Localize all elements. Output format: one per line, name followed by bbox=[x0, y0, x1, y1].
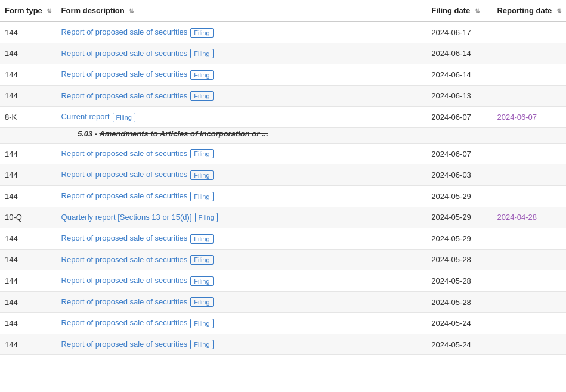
table-row: 144Report of proposed sale of securities… bbox=[0, 43, 566, 64]
cell-reporting-date bbox=[492, 185, 566, 207]
cell-form-type: 144 bbox=[0, 270, 57, 292]
cell-reporting-date bbox=[492, 164, 566, 186]
filing-badge: Filing bbox=[113, 113, 135, 122]
header-reporting-date[interactable]: Reporting date ⇅ bbox=[492, 0, 566, 21]
filing-badge: Filing bbox=[190, 49, 213, 58]
filing-badge: Filing bbox=[190, 276, 213, 286]
cell-filing-date: 2024-06-14 bbox=[426, 64, 492, 86]
cell-form-type: 144 bbox=[0, 291, 57, 313]
cell-form-description: Report of proposed sale of securitiesFil… bbox=[57, 270, 427, 292]
header-form-type[interactable]: Form type ⇅ bbox=[0, 0, 57, 21]
cell-form-description: Report of proposed sale of securitiesFil… bbox=[57, 291, 427, 313]
cell-filing-date: 2024-05-29 bbox=[426, 185, 492, 207]
table-row: 144Report of proposed sale of securities… bbox=[0, 143, 566, 164]
table-row: 144Report of proposed sale of securities… bbox=[0, 334, 566, 355]
cell-form-type: 144 bbox=[0, 43, 57, 64]
sort-icon-filing-date: ⇅ bbox=[475, 8, 480, 14]
cell-reporting-date bbox=[492, 334, 566, 355]
cell-filing-date: 2024-05-29 bbox=[426, 207, 492, 228]
filing-badge: Filing bbox=[190, 91, 213, 101]
table-row: 144Report of proposed sale of securities… bbox=[0, 270, 566, 292]
cell-filing-date: 2024-05-24 bbox=[426, 334, 492, 355]
table-row: 144Report of proposed sale of securities… bbox=[0, 21, 566, 43]
form-description-link[interactable]: Report of proposed sale of securities bbox=[61, 340, 188, 349]
table-row: 144Report of proposed sale of securities… bbox=[0, 228, 566, 250]
cell-form-type: 144 bbox=[0, 21, 57, 43]
cell-form-type: 144 bbox=[0, 334, 57, 355]
form-description-link[interactable]: Report of proposed sale of securities bbox=[61, 170, 188, 179]
form-description-link[interactable]: Report of proposed sale of securities bbox=[61, 191, 188, 200]
cell-reporting-date: 2024-04-28 bbox=[492, 207, 566, 228]
form-description-link[interactable]: Report of proposed sale of securities bbox=[61, 49, 188, 58]
cell-reporting-date bbox=[492, 21, 566, 43]
cell-form-description: Report of proposed sale of securitiesFil… bbox=[57, 313, 427, 334]
table-row: 144Report of proposed sale of securities… bbox=[0, 164, 566, 186]
sub-row-cell: 5.03 - Amendments to Articles of Incorpo… bbox=[0, 127, 566, 143]
form-description-link[interactable]: Report of proposed sale of securities bbox=[61, 149, 188, 158]
sort-icon-form-description: ⇅ bbox=[129, 8, 134, 14]
sort-icon-form-type: ⇅ bbox=[47, 8, 51, 14]
filing-badge: Filing bbox=[190, 28, 213, 38]
cell-form-description: Report of proposed sale of securitiesFil… bbox=[57, 143, 427, 164]
table-row: 10-QQuarterly report [Sections 13 or 15(… bbox=[0, 207, 566, 228]
cell-form-description: Report of proposed sale of securitiesFil… bbox=[57, 185, 427, 207]
form-description-link[interactable]: Report of proposed sale of securities bbox=[61, 234, 188, 242]
form-description-link[interactable]: Report of proposed sale of securities bbox=[61, 276, 188, 285]
cell-reporting-date bbox=[492, 249, 566, 270]
cell-form-type: 144 bbox=[0, 143, 57, 164]
filing-badge: Filing bbox=[190, 340, 213, 349]
table-row: 144Report of proposed sale of securities… bbox=[0, 249, 566, 270]
filing-badge: Filing bbox=[190, 192, 213, 201]
cell-reporting-date: 2024-06-07 bbox=[492, 107, 566, 128]
cell-reporting-date bbox=[492, 43, 566, 64]
cell-filing-date: 2024-06-13 bbox=[426, 85, 492, 107]
table-body: 144Report of proposed sale of securities… bbox=[0, 21, 566, 355]
form-description-link[interactable]: Quarterly report [Sections 13 or 15(d)] bbox=[61, 213, 192, 222]
cell-reporting-date bbox=[492, 143, 566, 164]
cell-form-description: Report of proposed sale of securitiesFil… bbox=[57, 228, 427, 250]
cell-reporting-date bbox=[492, 85, 566, 107]
cell-reporting-date bbox=[492, 64, 566, 86]
table-row: 144Report of proposed sale of securities… bbox=[0, 85, 566, 107]
cell-form-description: Report of proposed sale of securitiesFil… bbox=[57, 43, 427, 64]
cell-form-description: Report of proposed sale of securitiesFil… bbox=[57, 334, 427, 355]
cell-form-type: 144 bbox=[0, 185, 57, 207]
cell-filing-date: 2024-05-28 bbox=[426, 291, 492, 313]
form-description-link[interactable]: Report of proposed sale of securities bbox=[61, 255, 188, 264]
sub-item-label: 5.03 bbox=[78, 129, 95, 138]
form-description-link[interactable]: Report of proposed sale of securities bbox=[61, 318, 188, 327]
sub-row: 5.03 - Amendments to Articles of Incorpo… bbox=[0, 127, 566, 143]
sub-item-text: Amendments to Articles of Incorporation … bbox=[99, 129, 268, 138]
cell-filing-date: 2024-05-28 bbox=[426, 270, 492, 292]
form-description-link[interactable]: Report of proposed sale of securities bbox=[61, 27, 188, 36]
cell-reporting-date bbox=[492, 228, 566, 250]
header-form-description[interactable]: Form description ⇅ bbox=[57, 0, 427, 21]
cell-form-description: Current reportFiling bbox=[57, 107, 427, 128]
cell-filing-date: 2024-05-24 bbox=[426, 313, 492, 334]
filing-badge: Filing bbox=[190, 234, 213, 244]
cell-filing-date: 2024-06-07 bbox=[426, 107, 492, 128]
cell-reporting-date bbox=[492, 313, 566, 334]
table-row: 144Report of proposed sale of securities… bbox=[0, 291, 566, 313]
form-description-link[interactable]: Current report bbox=[61, 112, 110, 121]
cell-form-type: 144 bbox=[0, 313, 57, 334]
form-description-link[interactable]: Report of proposed sale of securities bbox=[61, 91, 188, 100]
filing-badge: Filing bbox=[190, 297, 213, 307]
cell-form-type: 10-Q bbox=[0, 207, 57, 228]
cell-reporting-date bbox=[492, 270, 566, 292]
cell-form-description: Report of proposed sale of securitiesFil… bbox=[57, 249, 427, 270]
filing-badge: Filing bbox=[190, 149, 213, 158]
cell-form-type: 144 bbox=[0, 85, 57, 107]
cell-form-description: Report of proposed sale of securitiesFil… bbox=[57, 85, 427, 107]
filings-table: Form type ⇅ Form description ⇅ Filing da… bbox=[0, 0, 566, 355]
cell-form-description: Report of proposed sale of securitiesFil… bbox=[57, 21, 427, 43]
table-row: 144Report of proposed sale of securities… bbox=[0, 313, 566, 334]
header-filing-date[interactable]: Filing date ⇅ bbox=[426, 0, 492, 21]
cell-form-type: 8-K bbox=[0, 107, 57, 128]
cell-filing-date: 2024-05-28 bbox=[426, 249, 492, 270]
sort-icon-reporting-date: ⇅ bbox=[556, 8, 561, 14]
form-description-link[interactable]: Report of proposed sale of securities bbox=[61, 70, 188, 79]
filing-badge: Filing bbox=[190, 319, 213, 328]
form-description-link[interactable]: Report of proposed sale of securities bbox=[61, 297, 188, 306]
cell-form-description: Report of proposed sale of securitiesFil… bbox=[57, 64, 427, 86]
